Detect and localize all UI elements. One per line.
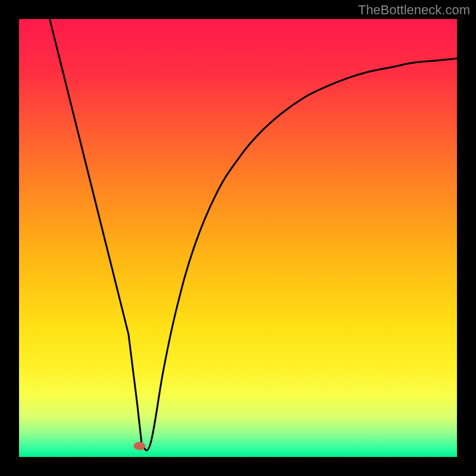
attribution-text: TheBottleneck.com bbox=[358, 2, 470, 18]
gradient-background bbox=[19, 19, 457, 457]
chart-svg bbox=[19, 19, 457, 457]
chart-area bbox=[19, 19, 457, 457]
optimal-marker bbox=[133, 442, 145, 450]
